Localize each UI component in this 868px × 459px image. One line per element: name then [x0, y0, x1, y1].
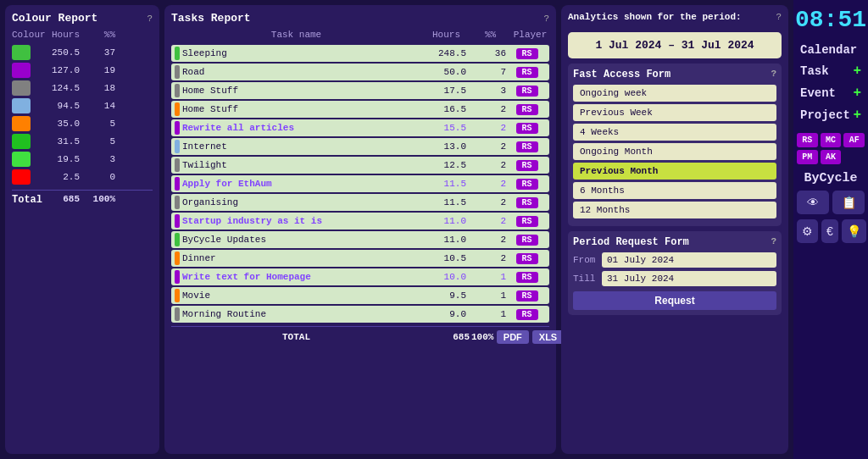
analytics-panel: Analytics shown for the period: ? 1 Jul … — [561, 5, 788, 454]
task-name: Sleeping — [182, 48, 227, 58]
fast-access-button[interactable]: Ongoing Month — [573, 143, 776, 160]
colour-swatch — [12, 134, 31, 149]
bottom-icons-bottom: ⚙ € 💡 — [797, 219, 865, 243]
task-row[interactable]: Sleeping 248.5 36 RS — [171, 45, 549, 62]
task-row[interactable]: Twilight 12.5 2 RS — [171, 157, 549, 174]
task-hours: 10.0 — [420, 272, 466, 282]
pdf-button[interactable]: PDF — [497, 330, 529, 344]
clipboard-icon-button[interactable]: 📋 — [832, 191, 865, 214]
task-player: RS — [508, 290, 546, 301]
sidebar-nav-label: Project — [800, 108, 850, 122]
task-name: Morning Routine — [182, 309, 266, 319]
task-rows: Sleeping 248.5 36 RS Road 50.0 7 RS Home… — [171, 45, 549, 323]
colour-total-label: Total — [12, 194, 36, 206]
period-request-help[interactable]: ? — [771, 236, 776, 248]
period-request-title: Period Request Form ? — [573, 236, 776, 248]
bulb-icon-button[interactable]: 💡 — [842, 219, 866, 243]
settings-icon-button[interactable]: ⚙ — [797, 219, 818, 243]
analytics-title: Analytics shown for the period: — [568, 12, 742, 22]
colour-total-pct: 100% — [81, 194, 115, 206]
task-hours: 11.5 — [420, 197, 466, 207]
player-badge: RS — [516, 309, 538, 320]
plus-icon[interactable]: + — [853, 64, 861, 79]
player-badge: RS — [516, 216, 538, 227]
bottom-icons-top: 👁 📋 — [797, 191, 865, 214]
task-row[interactable]: Startup industry as it is 11.0 2 RS — [171, 213, 549, 230]
euro-icon-button[interactable]: € — [821, 219, 838, 243]
task-player: RS — [508, 309, 546, 320]
task-row[interactable]: Road 50.0 7 RS — [171, 64, 549, 80]
task-row[interactable]: Movie 9.5 1 RS — [171, 287, 549, 304]
task-row[interactable]: Home Stuff 17.5 3 RS — [171, 82, 549, 99]
colour-pct: 37 — [81, 47, 115, 58]
task-pct: 3 — [468, 86, 506, 96]
fast-access-button[interactable]: 4 Weeks — [573, 124, 776, 141]
sidebar-nav-item-calendar[interactable]: Calendar — [797, 40, 865, 60]
task-name-header: Task name — [171, 30, 421, 40]
colour-row: 250.5 37 — [12, 45, 153, 60]
task-name: Twilight — [182, 160, 227, 170]
task-row[interactable]: ByCycle Updates 11.0 2 RS — [171, 231, 549, 248]
colour-swatch — [12, 152, 31, 167]
fast-access-help[interactable]: ? — [771, 69, 776, 80]
player-badge: RS — [516, 67, 538, 78]
task-pct: 2 — [468, 179, 506, 189]
fast-access-button[interactable]: 12 Months — [573, 202, 776, 218]
task-name: Internet — [182, 141, 227, 152]
user-badge-ak[interactable]: AK — [821, 150, 842, 164]
colour-hours: 31.5 — [37, 136, 80, 147]
sidebar-nav-item-project[interactable]: Project+ — [797, 104, 865, 126]
user-badge-mc[interactable]: MC — [821, 133, 842, 147]
till-input[interactable] — [602, 271, 776, 286]
colour-total-hours: 685 — [37, 194, 80, 206]
task-hours-header: Hours — [423, 30, 470, 40]
user-badge-af[interactable]: AF — [843, 133, 865, 147]
task-player-header: Player — [511, 30, 549, 40]
tasks-report-help[interactable]: ? — [543, 14, 549, 24]
sidebar-nav-item-task[interactable]: Task+ — [797, 60, 865, 82]
user-badge-rs[interactable]: RS — [797, 133, 818, 147]
colour-swatch — [12, 169, 31, 185]
analytics-help[interactable]: ? — [776, 12, 782, 22]
task-hours: 50.0 — [420, 67, 466, 77]
player-badge: RS — [516, 197, 538, 208]
from-field: From — [573, 252, 776, 268]
colour-row: 19.5 3 — [12, 152, 153, 167]
task-player: RS — [508, 48, 546, 59]
task-row[interactable]: Morning Routine 9.0 1 RS — [171, 306, 549, 323]
fast-access-button[interactable]: Previous Week — [573, 104, 776, 121]
user-badge-pm[interactable]: PM — [797, 150, 818, 164]
player-badge: RS — [516, 179, 538, 190]
task-row[interactable]: Home Stuff 16.5 2 RS — [171, 101, 549, 118]
from-label: From — [573, 255, 597, 265]
player-badge: RS — [516, 123, 538, 134]
colour-pct: 5 — [81, 119, 115, 129]
task-row[interactable]: Internet 13.0 2 RS — [171, 138, 549, 155]
task-row[interactable]: Rewrite all articles 15.5 2 RS — [171, 119, 549, 136]
plus-icon[interactable]: + — [853, 86, 861, 101]
task-row[interactable]: Apply for EthAum 11.5 2 RS — [171, 175, 549, 192]
fast-access-button[interactable]: 6 Months — [573, 182, 776, 199]
player-badge: RS — [516, 104, 538, 115]
colour-pct: 19 — [81, 65, 115, 75]
task-row[interactable]: Write text for Homepage 10.0 1 RS — [171, 268, 549, 285]
tasks-report-panel: Tasks Report ? Task name Hours %% Player… — [164, 5, 556, 454]
from-input[interactable] — [602, 252, 776, 268]
task-hours: 9.5 — [420, 290, 466, 301]
task-name: Dinner — [182, 253, 216, 263]
colour-swatch — [12, 80, 31, 96]
sidebar-nav-item-event[interactable]: Event+ — [797, 82, 865, 104]
xls-button[interactable]: XLS — [532, 330, 564, 344]
task-pct: 2 — [468, 253, 506, 263]
eye-icon-button[interactable]: 👁 — [797, 191, 829, 214]
fast-access-button[interactable]: Ongoing week — [573, 85, 776, 102]
task-name: Movie — [182, 290, 210, 301]
player-badge: RS — [516, 272, 538, 283]
task-row[interactable]: Organising 11.5 2 RS — [171, 194, 549, 211]
task-hours: 13.0 — [420, 141, 466, 152]
plus-icon[interactable]: + — [853, 108, 861, 123]
request-button[interactable]: Request — [573, 291, 776, 310]
task-row[interactable]: Dinner 10.5 2 RS — [171, 250, 549, 267]
colour-report-help[interactable]: ? — [147, 14, 153, 24]
fast-access-button[interactable]: Previous Month — [573, 163, 776, 180]
